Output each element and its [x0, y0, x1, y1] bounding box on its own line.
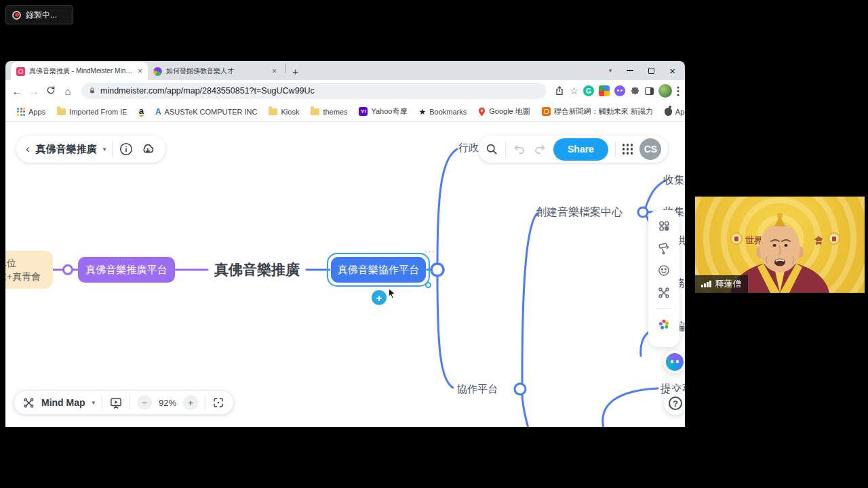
bookmark-themes[interactable]: themes — [307, 108, 351, 116]
maps-pin-icon — [478, 107, 486, 117]
bookmark-udn[interactable]: 聯合新聞網：觸動未來 新識力 — [538, 106, 656, 117]
share-page-icon[interactable] — [554, 85, 565, 96]
cloud-download-icon[interactable] — [140, 142, 156, 157]
map-toolbar: Share CS — [478, 136, 668, 163]
bookmark-google-maps[interactable]: Google 地圖 — [475, 106, 534, 117]
browser-toolbar: ← → ⌂ mindmeister.com/app/map/2843550851… — [5, 80, 685, 102]
junction-purple[interactable] — [64, 266, 73, 274]
presentation-icon[interactable] — [109, 396, 123, 409]
bookmark-imported[interactable]: Imported From IE — [54, 108, 131, 116]
grammarly-extension-icon[interactable]: G — [583, 85, 594, 96]
bookmark-yahoo[interactable]: Y! Yahoo奇摩 — [355, 106, 410, 117]
zoom-in-button[interactable]: + — [183, 395, 198, 410]
mouse-cursor-icon — [387, 287, 399, 301]
undo-icon[interactable] — [513, 142, 526, 156]
paint-roller-icon[interactable] — [657, 241, 671, 255]
help-button[interactable]: ? — [664, 392, 685, 415]
title-caret-icon[interactable]: ▾ — [103, 146, 106, 152]
folder-icon — [269, 108, 277, 115]
back-chevron-icon[interactable]: ‹ — [26, 142, 30, 156]
node-collaboration-platform-selected[interactable]: 真佛音樂協作平台 — [331, 257, 426, 283]
divider — [656, 308, 671, 309]
maximize-icon[interactable] — [648, 68, 654, 74]
format-side-panel — [648, 210, 679, 347]
new-tab-button[interactable]: + — [290, 66, 301, 77]
ai-assistant-button[interactable] — [663, 350, 685, 373]
apps-grid-icon[interactable] — [623, 144, 633, 155]
lock-icon — [89, 87, 96, 95]
zoom-out-button[interactable]: − — [137, 395, 152, 410]
bookmark-kiosk[interactable]: Kiosk — [265, 108, 302, 116]
connection-icon[interactable] — [657, 286, 671, 300]
share-button[interactable]: Share — [553, 138, 608, 161]
junction-selected-node[interactable] — [431, 264, 443, 276]
side-panel-icon[interactable] — [645, 87, 654, 95]
tab-strip: 真佛音樂推廣 - MindMeister Mind Map × 如何發掘佛教音樂… — [5, 61, 685, 80]
divider — [102, 395, 102, 410]
node-admin[interactable]: 行政 — [458, 142, 479, 155]
forward-icon[interactable]: → — [28, 85, 40, 97]
minimize-icon[interactable] — [627, 70, 633, 71]
node-menu-dots[interactable]: ··· — [425, 246, 435, 256]
more-menu-icon[interactable] — [677, 86, 679, 96]
map-footer: Mind Map ▾ − 92% + — [14, 390, 234, 415]
colorful-extension-icon[interactable] — [599, 85, 610, 96]
map-title[interactable]: 真佛音樂推廣 — [36, 143, 97, 156]
node-archive-center[interactable]: 創建音樂檔案中心 — [536, 205, 623, 220]
participant-name-tag: 釋蓮僧 — [695, 275, 748, 293]
tab-mindmeister[interactable]: 真佛音樂推廣 - MindMeister Mind Map × — [11, 62, 148, 80]
mode-selector[interactable]: Mind Map — [41, 397, 85, 408]
purple-extension-icon[interactable] — [614, 85, 625, 96]
search-icon[interactable] — [485, 142, 498, 156]
tab-divider — [285, 64, 285, 73]
close-tab-icon[interactable]: × — [272, 66, 277, 76]
redo-icon[interactable] — [533, 142, 547, 156]
address-bar[interactable]: mindmeister.com/app/map/2843550851?t=Sug… — [81, 83, 547, 99]
emoji-icon[interactable] — [657, 264, 671, 277]
theme-flower-icon[interactable] — [657, 318, 671, 331]
tab-music-article[interactable]: 如何發掘佛教音樂人才 × — [148, 62, 282, 80]
bookmark-amazon[interactable]: a — [136, 107, 147, 117]
zoom-level[interactable]: 92% — [159, 398, 176, 408]
bookmarks-bar: Apps Imported From IE a A ASUSTeK COMPUT… — [5, 102, 685, 122]
extensions-puzzle-icon[interactable] — [630, 86, 640, 96]
bookmark-star-icon[interactable]: ☆ — [570, 85, 578, 96]
reload-icon[interactable] — [45, 85, 57, 97]
folder-icon — [311, 108, 319, 115]
bookmark-asus[interactable]: A ASUSTeK COMPUTER INC — [152, 107, 261, 117]
participant-name: 釋蓮僧 — [715, 278, 742, 290]
close-window-icon[interactable]: × — [669, 65, 675, 77]
node-collect-1[interactable]: 收集 — [663, 174, 685, 188]
record-icon — [12, 11, 21, 20]
back-icon[interactable]: ← — [11, 85, 23, 97]
signal-bars-icon — [701, 281, 711, 287]
user-avatar[interactable]: CS — [639, 138, 661, 160]
bookmark-apps[interactable]: Apps — [14, 108, 49, 116]
layout-circles-icon[interactable] — [657, 219, 671, 232]
node-unit[interactable]: 單位 處+真青會 — [5, 251, 53, 289]
amazon-icon: a — [139, 107, 144, 117]
profile-avatar[interactable] — [658, 84, 672, 98]
add-child-node-button[interactable]: + — [372, 290, 387, 305]
yahoo-icon: Y! — [359, 107, 368, 116]
root-node[interactable]: 真佛音樂推廣 — [204, 260, 310, 279]
close-tab-icon[interactable]: × — [138, 66, 142, 76]
fit-to-screen-icon[interactable] — [212, 396, 224, 409]
node-drag-handle[interactable] — [425, 282, 431, 288]
node-collab-platform[interactable]: 協作平台 — [457, 383, 498, 396]
bookmark-bookmarks[interactable]: ★ Bookmarks — [415, 107, 470, 117]
home-icon[interactable]: ⌂ — [62, 85, 74, 97]
recording-label: 錄製中... — [26, 9, 57, 21]
tab-search-chevron-icon[interactable]: ▾ — [609, 67, 612, 74]
mindmap-mode-icon — [23, 397, 35, 409]
mode-caret-icon[interactable]: ▾ — [92, 399, 96, 406]
junction-archive[interactable] — [638, 207, 648, 217]
bookmark-apple[interactable]: Apple — [661, 108, 685, 116]
divider — [205, 395, 205, 410]
mindmap-canvas[interactable]: 單位 處+真青會 真佛音樂推廣平台 真佛音樂推廣 真佛音樂協作平台 ··· + … — [5, 122, 685, 427]
junction-collab[interactable] — [515, 384, 526, 394]
node-promotion-platform[interactable]: 真佛音樂推廣平台 — [78, 257, 175, 283]
info-icon[interactable] — [119, 142, 134, 157]
divider — [112, 142, 113, 157]
folder-icon — [57, 108, 66, 115]
